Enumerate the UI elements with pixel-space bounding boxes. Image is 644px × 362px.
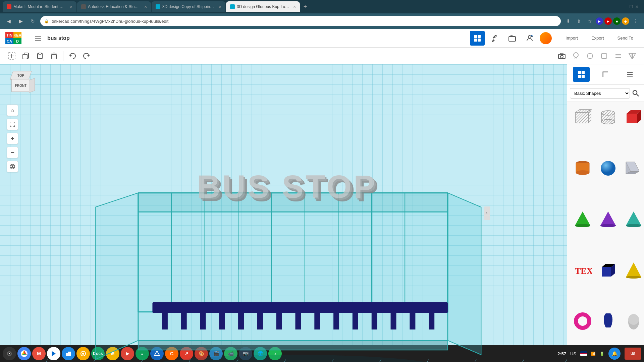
svg-point-27 [560,55,563,58]
tab-3[interactable]: 3D design Copy of Shipping Con... ✕ [152,1,225,12]
mirror-button[interactable] [626,50,639,62]
extension-1[interactable]: ▶ [596,17,603,25]
shape-cylinder-hole[interactable] [597,106,620,154]
copy-button[interactable] [19,50,32,62]
shape-cone-teal[interactable] [622,208,644,256]
download-icon[interactable]: ⬇ [564,16,573,26]
user-button[interactable]: + [522,31,537,46]
grid-view-button[interactable] [470,31,485,46]
redo-button[interactable] [80,50,93,62]
shape-pyramid-yellow-icon [624,260,644,280]
project-name[interactable]: bus stop [47,35,70,41]
category-dropdown[interactable]: Basic Shapes [570,88,630,99]
main-content: BUS STOP TOP FRONT [0,64,644,362]
shape-box-red[interactable] [622,106,644,154]
tab-2-close[interactable]: ✕ [144,5,147,9]
refresh-button[interactable]: ↻ [28,16,38,26]
toolbar-center [555,50,639,62]
svg-marker-108 [588,110,591,123]
panel-tab-lines[interactable] [622,67,638,82]
panel-lines-icon [626,71,634,78]
svg-point-128 [575,224,590,227]
shape-cone-green[interactable] [571,208,594,256]
svg-text:TEXT: TEXT [575,266,592,276]
shape-cone-teal-icon [624,209,644,229]
export-button[interactable]: Export [586,34,609,43]
extension-4[interactable]: ◆ [622,17,629,25]
tab-1[interactable]: Make It Modular: Student Design... ✕ [3,1,76,12]
share-icon[interactable]: ⇧ [574,16,584,26]
minimize-button[interactable]: — [624,4,628,9]
address-bar[interactable]: 🔒 tinkercad.com/things/4WgPMx2hDhu-glori… [40,16,561,26]
tab-3-label: 3D design Copy of Shipping Con... [162,4,215,9]
svg-rect-84 [296,313,301,329]
copy-icon [22,53,29,59]
tab-3-close[interactable]: ✕ [219,5,221,9]
send-to-button[interactable]: Send To [612,34,639,43]
bookmark-icon[interactable]: ☆ [585,16,594,26]
camera-button[interactable] [555,50,568,62]
search-button[interactable] [630,87,641,99]
tab-2[interactable]: Autodesk Education & Student A... ✕ [77,1,151,12]
tools-button[interactable] [487,31,502,46]
restore-button[interactable]: ❐ [630,4,633,9]
logo-d: D [13,38,21,44]
shape-wedge-n[interactable] [622,157,644,205]
svg-rect-90 [410,313,415,329]
tab-4[interactable]: 3D design Glorious Kup-Luulia |... ✕ [226,1,300,12]
rounded-icon [601,53,607,59]
panel-corner-icon [602,71,609,78]
svg-rect-7 [509,37,516,41]
tinkercad-logo[interactable]: TIN KER CA D [5,32,21,44]
briefcase-button[interactable] [505,31,520,46]
hammer-icon [491,34,499,42]
panel-tab-corner[interactable] [597,67,614,82]
new-tab-button[interactable]: + [301,2,310,11]
shape-box-hole[interactable] [571,106,594,154]
undo-button[interactable] [66,50,79,62]
close-window-button[interactable]: ✕ [635,4,639,9]
extension-2[interactable]: ▶ [604,17,612,25]
canvas-area[interactable]: BUS STOP TOP FRONT [0,64,567,362]
rounded-button[interactable] [598,50,610,62]
svg-rect-98 [578,75,581,78]
taskbar-flag-btn[interactable]: US [625,348,641,360]
tab-4-close[interactable]: ✕ [293,5,296,9]
notification-bell[interactable]: 🔔 [608,348,621,360]
logo-tin: TIN [5,32,13,38]
more-button[interactable]: ⋮ [631,16,640,26]
import-button[interactable]: Import [560,34,583,43]
user-icon: + [526,34,534,42]
back-button[interactable]: ◀ [4,16,13,26]
shape-cylinder-orange[interactable] [571,157,594,205]
new-shape-button[interactable] [5,50,18,62]
tab-1-close[interactable]: ✕ [70,5,72,9]
extension-3[interactable]: ■ [613,17,621,25]
svg-rect-88 [372,313,377,329]
forward-button[interactable]: ▶ [16,16,25,26]
svg-line-43 [0,359,48,362]
browser-chrome: Make It Modular: Student Design... ✕ Aut… [0,0,644,29]
svg-rect-2 [35,40,41,41]
shape-text-red[interactable]: TEXT [571,259,594,307]
svg-rect-83 [276,313,282,329]
menu-button[interactable] [33,33,43,44]
panel-tab-grid[interactable] [573,67,590,82]
paste-button[interactable] [34,50,46,62]
align-button[interactable] [612,50,625,62]
logo-ca: CA [5,38,13,44]
delete-button[interactable] [48,50,60,62]
svg-rect-30 [575,58,577,59]
shape-sphere-blue[interactable] [597,157,620,205]
user-avatar[interactable] [540,32,552,44]
panel-collapse-button[interactable]: › [484,206,490,220]
lightbulb-button[interactable] [570,50,582,62]
shape-button[interactable] [584,50,596,62]
svg-rect-77 [162,313,168,329]
shape-box-blue[interactable] [597,259,620,307]
svg-line-52 [429,359,476,362]
shape-cone-purple[interactable] [597,208,620,256]
shape-pyramid-yellow[interactable] [622,259,644,307]
tab-1-label: Make It Modular: Student Design... [13,4,66,9]
shape-box-blue-icon [598,260,618,280]
